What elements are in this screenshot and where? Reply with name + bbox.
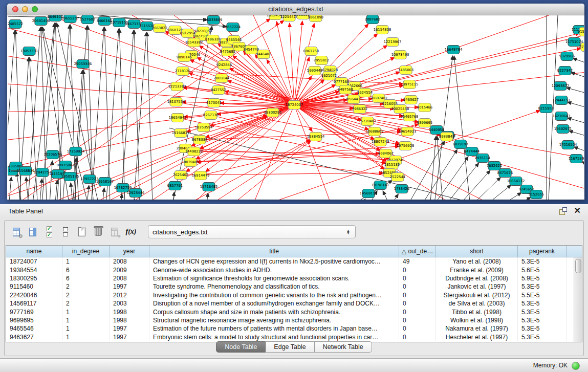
- graph-node[interactable]: 1990448: [307, 67, 322, 75]
- graph-node[interactable]: 19196141: [372, 181, 389, 190]
- table-row[interactable]: 946362711997Embryonic stem cells: a mode…: [6, 333, 574, 341]
- graph-node[interactable]: 17016504: [559, 141, 577, 149]
- graph-node[interactable]: 9015466: [417, 103, 432, 112]
- graph-node[interactable]: 12444151: [553, 96, 571, 105]
- graph-node[interactable]: 9899695: [417, 119, 432, 127]
- graph-node[interactable]: 12923446: [127, 189, 145, 198]
- graph-node[interactable]: 8678334: [192, 136, 207, 144]
- graph-node[interactable]: 19958167: [96, 178, 114, 186]
- graph-node[interactable]: 9857791: [167, 182, 183, 190]
- graph-node[interactable]: 12213383: [168, 82, 186, 91]
- column-header-name[interactable]: name: [6, 246, 62, 257]
- memory-status-dot[interactable]: [572, 362, 580, 370]
- graph-node[interactable]: 1815132: [384, 161, 400, 169]
- graph-node[interactable]: 29053346: [74, 60, 92, 69]
- tab-node-table[interactable]: Node Table: [216, 341, 266, 353]
- tab-network-table[interactable]: Network Table: [315, 341, 372, 353]
- graph-node[interactable]: 9152655: [529, 190, 544, 199]
- graph-node[interactable]: 9446482: [256, 50, 271, 59]
- graph-node[interactable]: 9329966: [559, 52, 575, 61]
- graph-node[interactable]: 13505135: [61, 172, 79, 181]
- network-graph[interactable]: 2405572206914068649107106552571527602846…: [8, 15, 584, 200]
- table-source-selector[interactable]: citations_edges.txt ▲▼: [148, 225, 356, 238]
- graph-node[interactable]: 7955812: [314, 56, 329, 65]
- table-row[interactable]: 911546021997Tourette syndrome. Phenomeno…: [6, 282, 574, 291]
- graph-node[interactable]: 18039489: [182, 158, 200, 167]
- column-header-pagerank[interactable]: pagerank: [518, 246, 567, 257]
- graph-node[interactable]: 7663822: [152, 24, 167, 33]
- vertical-scrollbar[interactable]: [574, 257, 582, 342]
- table-row[interactable]: 946554611997Estimation of the future num…: [6, 324, 574, 333]
- graph-node[interactable]: 16648784: [445, 46, 463, 54]
- graph-node[interactable]: 19756928: [397, 142, 415, 150]
- graph-node[interactable]: 25495768: [401, 113, 419, 121]
- graph-node[interactable]: 18353594: [195, 123, 213, 132]
- column-header-title[interactable]: title: [149, 246, 399, 257]
- graph-node[interactable]: 9861098: [308, 15, 323, 22]
- graph-node[interactable]: 90975887: [57, 161, 75, 170]
- graph-node[interactable]: 16543382: [185, 38, 203, 47]
- graph-node[interactable]: 1733426: [394, 185, 409, 193]
- table-row[interactable]: 1938455462009Genome-wide association stu…: [6, 266, 574, 274]
- graph-node[interactable]: 8933843: [439, 133, 454, 141]
- graph-node[interactable]: 1621072: [321, 72, 337, 80]
- window-titlebar[interactable]: citations_edges.txt: [7, 4, 584, 15]
- graph-node[interactable]: 8471676: [497, 169, 513, 178]
- graph-node[interactable]: 8427552: [211, 86, 226, 95]
- graph-node[interactable]: 18724007: [286, 101, 303, 110]
- delete-columns-button[interactable]: [92, 225, 105, 238]
- column-header-year[interactable]: year: [110, 246, 149, 257]
- graph-node[interactable]: 16914479: [192, 171, 210, 180]
- graph-node[interactable]: 9890145: [177, 53, 192, 62]
- graph-node[interactable]: 6961758: [303, 47, 319, 56]
- graph-node[interactable]: 9475685: [220, 48, 235, 56]
- graph-node[interactable]: 7857224: [225, 23, 241, 32]
- graph-node[interactable]: 18107554: [167, 98, 185, 106]
- graph-node[interactable]: 8466160: [97, 17, 112, 26]
- graph-node[interactable]: 16154808: [374, 26, 391, 34]
- graph-node[interactable]: 11568839: [17, 167, 35, 176]
- graph-node[interactable]: 19654945: [169, 114, 187, 122]
- graph-node[interactable]: 12213967: [384, 38, 402, 47]
- table-options-button[interactable]: ⚙: [10, 225, 23, 238]
- graph-node[interactable]: 15720407: [359, 117, 377, 126]
- table-row[interactable]: 977716911998Corpus callosum shape and si…: [6, 308, 574, 316]
- table-row[interactable]: 1830029562008Estimation of significance …: [6, 274, 574, 282]
- graph-node[interactable]: 19654923: [399, 127, 417, 136]
- graph-node[interactable]: 10688609: [366, 127, 384, 136]
- column-header-in_degree[interactable]: in_degree: [62, 246, 110, 257]
- row-height-button[interactable]: [59, 225, 72, 238]
- graph-node[interactable]: 1167533: [569, 155, 584, 163]
- graph-node[interactable]: 16210643: [553, 112, 571, 121]
- graph-node[interactable]: 15716485: [200, 183, 218, 191]
- selection-mode-button[interactable]: ✓✓: [42, 225, 56, 238]
- network-canvas[interactable]: 2405572206914068649107106552571527602846…: [8, 15, 584, 200]
- graph-node[interactable]: 9227342: [557, 67, 573, 75]
- graph-node[interactable]: 19384554: [307, 133, 325, 141]
- graph-node[interactable]: 18807243: [372, 138, 389, 146]
- table-row[interactable]: 969969511998Structural magnetic resonanc…: [6, 316, 574, 324]
- table-row[interactable]: 1456911722003Disruption of a novel membe…: [6, 299, 574, 308]
- graph-node[interactable]: 13057331: [20, 47, 38, 56]
- function-builder-button[interactable]: f(x): [124, 225, 138, 238]
- graph-node[interactable]: 17359924: [67, 147, 85, 156]
- graph-node[interactable]: 14569117: [360, 189, 378, 198]
- network-view-window[interactable]: citations_edges.txt 24055722069140686491…: [7, 4, 584, 200]
- graph-node[interactable]: 7485063: [398, 66, 413, 75]
- graph-node[interactable]: 1527602: [80, 15, 95, 24]
- graph-node[interactable]: 13975115: [401, 80, 419, 89]
- graph-node[interactable]: 10654112: [507, 177, 525, 186]
- graph-node[interactable]: 20206576: [44, 150, 62, 159]
- graph-node[interactable]: 7986322: [352, 105, 367, 114]
- graph-node[interactable]: 2087682: [365, 15, 380, 24]
- graph-node[interactable]: 2718126: [175, 67, 190, 76]
- graph-node[interactable]: 18300295: [264, 108, 282, 117]
- scrollbar-thumb[interactable]: [575, 259, 581, 273]
- column-header-short[interactable]: short: [436, 246, 518, 257]
- import-table-button[interactable]: ⊗: [108, 225, 121, 238]
- graph-node[interactable]: 8215953: [538, 104, 554, 113]
- graph-node[interactable]: 2522544: [390, 173, 405, 182]
- graph-node[interactable]: 20564436: [345, 95, 363, 104]
- create-column-button[interactable]: [75, 225, 89, 238]
- float-panel-icon[interactable]: [559, 207, 568, 215]
